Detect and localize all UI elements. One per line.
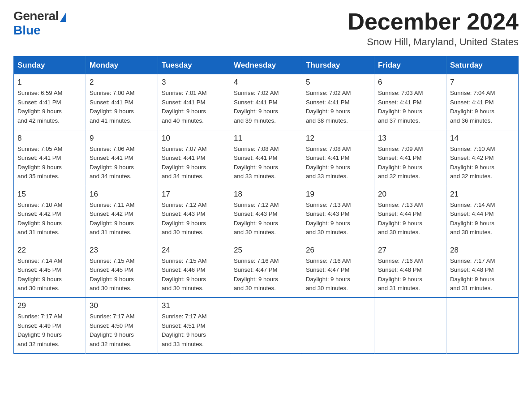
logo-blue-text: Blue bbox=[13, 23, 41, 38]
day-info: Sunrise: 7:17 AM Sunset: 4:48 PM Dayligh… bbox=[450, 257, 515, 293]
calendar-cell: 18Sunrise: 7:12 AM Sunset: 4:43 PM Dayli… bbox=[230, 186, 302, 242]
page-header: General Blue December 2024 Snow Hill, Ma… bbox=[13, 9, 519, 48]
day-number: 27 bbox=[378, 246, 442, 255]
calendar-cell: 12Sunrise: 7:08 AM Sunset: 4:41 PM Dayli… bbox=[302, 130, 374, 186]
calendar-weekday-header: Sunday bbox=[14, 56, 86, 75]
day-number: 23 bbox=[90, 246, 154, 255]
day-info: Sunrise: 7:17 AM Sunset: 4:50 PM Dayligh… bbox=[90, 312, 154, 349]
calendar-cell: 24Sunrise: 7:15 AM Sunset: 4:46 PM Dayli… bbox=[158, 242, 230, 298]
day-info: Sunrise: 7:00 AM Sunset: 4:41 PM Dayligh… bbox=[90, 89, 154, 125]
calendar-table: SundayMondayTuesdayWednesdayThursdayFrid… bbox=[13, 56, 519, 354]
day-number: 28 bbox=[450, 246, 515, 255]
day-number: 20 bbox=[378, 190, 442, 199]
day-info: Sunrise: 7:13 AM Sunset: 4:43 PM Dayligh… bbox=[306, 201, 370, 237]
day-info: Sunrise: 7:01 AM Sunset: 4:41 PM Dayligh… bbox=[162, 89, 226, 125]
day-number: 4 bbox=[234, 78, 298, 87]
calendar-cell: 11Sunrise: 7:08 AM Sunset: 4:41 PM Dayli… bbox=[230, 130, 302, 186]
calendar-cell bbox=[230, 298, 302, 354]
calendar-cell: 10Sunrise: 7:07 AM Sunset: 4:41 PM Dayli… bbox=[158, 130, 230, 186]
day-info: Sunrise: 7:16 AM Sunset: 4:47 PM Dayligh… bbox=[234, 257, 298, 293]
day-number: 14 bbox=[450, 134, 515, 143]
calendar-weekday-header: Saturday bbox=[446, 56, 519, 75]
calendar-cell: 7Sunrise: 7:04 AM Sunset: 4:41 PM Daylig… bbox=[446, 74, 519, 130]
day-info: Sunrise: 7:12 AM Sunset: 4:43 PM Dayligh… bbox=[234, 201, 298, 237]
day-number: 26 bbox=[306, 246, 370, 255]
calendar-cell bbox=[374, 298, 446, 354]
calendar-cell: 23Sunrise: 7:15 AM Sunset: 4:45 PM Dayli… bbox=[86, 242, 158, 298]
calendar-cell: 4Sunrise: 7:02 AM Sunset: 4:41 PM Daylig… bbox=[230, 74, 302, 130]
day-info: Sunrise: 7:13 AM Sunset: 4:44 PM Dayligh… bbox=[378, 201, 442, 237]
calendar-weekday-header: Tuesday bbox=[158, 56, 230, 75]
day-number: 30 bbox=[90, 301, 154, 310]
month-title: December 2024 bbox=[348, 9, 519, 34]
calendar-cell bbox=[302, 298, 374, 354]
day-number: 22 bbox=[17, 246, 82, 255]
day-info: Sunrise: 6:59 AM Sunset: 4:41 PM Dayligh… bbox=[17, 89, 82, 125]
calendar-week-row: 22Sunrise: 7:14 AM Sunset: 4:45 PM Dayli… bbox=[14, 242, 519, 298]
day-number: 18 bbox=[234, 190, 298, 199]
calendar-cell: 21Sunrise: 7:14 AM Sunset: 4:44 PM Dayli… bbox=[446, 186, 519, 242]
day-info: Sunrise: 7:15 AM Sunset: 4:46 PM Dayligh… bbox=[162, 257, 226, 293]
day-number: 21 bbox=[450, 190, 515, 199]
calendar-cell: 2Sunrise: 7:00 AM Sunset: 4:41 PM Daylig… bbox=[86, 74, 158, 130]
day-number: 6 bbox=[378, 78, 442, 87]
day-number: 12 bbox=[306, 134, 370, 143]
calendar-cell: 5Sunrise: 7:02 AM Sunset: 4:41 PM Daylig… bbox=[302, 74, 374, 130]
day-number: 5 bbox=[306, 78, 370, 87]
day-number: 31 bbox=[162, 301, 226, 310]
day-number: 9 bbox=[90, 134, 154, 143]
day-info: Sunrise: 7:17 AM Sunset: 4:49 PM Dayligh… bbox=[17, 312, 82, 349]
calendar-weekday-header: Wednesday bbox=[230, 56, 302, 75]
calendar-cell: 6Sunrise: 7:03 AM Sunset: 4:41 PM Daylig… bbox=[374, 74, 446, 130]
day-info: Sunrise: 7:11 AM Sunset: 4:42 PM Dayligh… bbox=[90, 201, 154, 237]
calendar-week-row: 8Sunrise: 7:05 AM Sunset: 4:41 PM Daylig… bbox=[14, 130, 519, 186]
calendar-cell: 28Sunrise: 7:17 AM Sunset: 4:48 PM Dayli… bbox=[446, 242, 519, 298]
calendar-cell: 17Sunrise: 7:12 AM Sunset: 4:43 PM Dayli… bbox=[158, 186, 230, 242]
day-number: 29 bbox=[17, 301, 82, 310]
day-number: 10 bbox=[162, 134, 226, 143]
day-number: 1 bbox=[17, 78, 82, 87]
day-info: Sunrise: 7:16 AM Sunset: 4:48 PM Dayligh… bbox=[378, 257, 442, 293]
day-number: 16 bbox=[90, 190, 154, 199]
day-info: Sunrise: 7:15 AM Sunset: 4:45 PM Dayligh… bbox=[90, 257, 154, 293]
calendar-cell: 20Sunrise: 7:13 AM Sunset: 4:44 PM Dayli… bbox=[374, 186, 446, 242]
logo: General Blue bbox=[13, 9, 66, 38]
day-info: Sunrise: 7:16 AM Sunset: 4:47 PM Dayligh… bbox=[306, 257, 370, 293]
calendar-cell: 30Sunrise: 7:17 AM Sunset: 4:50 PM Dayli… bbox=[86, 298, 158, 354]
day-number: 25 bbox=[234, 246, 298, 255]
calendar-week-row: 1Sunrise: 6:59 AM Sunset: 4:41 PM Daylig… bbox=[14, 74, 519, 130]
day-info: Sunrise: 7:03 AM Sunset: 4:41 PM Dayligh… bbox=[378, 89, 442, 125]
calendar-weekday-header: Thursday bbox=[302, 56, 374, 75]
calendar-cell: 13Sunrise: 7:09 AM Sunset: 4:41 PM Dayli… bbox=[374, 130, 446, 186]
day-info: Sunrise: 7:04 AM Sunset: 4:41 PM Dayligh… bbox=[450, 89, 515, 125]
day-info: Sunrise: 7:12 AM Sunset: 4:43 PM Dayligh… bbox=[162, 201, 226, 237]
day-info: Sunrise: 7:10 AM Sunset: 4:42 PM Dayligh… bbox=[450, 145, 515, 181]
calendar-cell: 1Sunrise: 6:59 AM Sunset: 4:41 PM Daylig… bbox=[14, 74, 86, 130]
day-info: Sunrise: 7:08 AM Sunset: 4:41 PM Dayligh… bbox=[234, 145, 298, 181]
calendar-header-row: SundayMondayTuesdayWednesdayThursdayFrid… bbox=[14, 56, 519, 75]
calendar-cell bbox=[446, 298, 519, 354]
day-number: 13 bbox=[378, 134, 442, 143]
day-number: 3 bbox=[162, 78, 226, 87]
calendar-week-row: 29Sunrise: 7:17 AM Sunset: 4:49 PM Dayli… bbox=[14, 298, 519, 354]
day-number: 11 bbox=[234, 134, 298, 143]
day-info: Sunrise: 7:14 AM Sunset: 4:45 PM Dayligh… bbox=[17, 257, 82, 293]
calendar-weekday-header: Monday bbox=[86, 56, 158, 75]
calendar-cell: 9Sunrise: 7:06 AM Sunset: 4:41 PM Daylig… bbox=[86, 130, 158, 186]
day-number: 8 bbox=[17, 134, 82, 143]
calendar-cell: 14Sunrise: 7:10 AM Sunset: 4:42 PM Dayli… bbox=[446, 130, 519, 186]
day-info: Sunrise: 7:06 AM Sunset: 4:41 PM Dayligh… bbox=[90, 145, 154, 181]
calendar-cell: 15Sunrise: 7:10 AM Sunset: 4:42 PM Dayli… bbox=[14, 186, 86, 242]
calendar-cell: 26Sunrise: 7:16 AM Sunset: 4:47 PM Dayli… bbox=[302, 242, 374, 298]
day-number: 17 bbox=[162, 190, 226, 199]
calendar-cell: 22Sunrise: 7:14 AM Sunset: 4:45 PM Dayli… bbox=[14, 242, 86, 298]
day-info: Sunrise: 7:05 AM Sunset: 4:41 PM Dayligh… bbox=[17, 145, 82, 181]
day-info: Sunrise: 7:02 AM Sunset: 4:41 PM Dayligh… bbox=[234, 89, 298, 125]
day-number: 19 bbox=[306, 190, 370, 199]
calendar-week-row: 15Sunrise: 7:10 AM Sunset: 4:42 PM Dayli… bbox=[14, 186, 519, 242]
logo-triangle-icon bbox=[60, 12, 66, 22]
calendar-cell: 3Sunrise: 7:01 AM Sunset: 4:41 PM Daylig… bbox=[158, 74, 230, 130]
day-info: Sunrise: 7:17 AM Sunset: 4:51 PM Dayligh… bbox=[162, 312, 226, 349]
location-title: Snow Hill, Maryland, United States bbox=[348, 36, 519, 48]
calendar-cell: 8Sunrise: 7:05 AM Sunset: 4:41 PM Daylig… bbox=[14, 130, 86, 186]
